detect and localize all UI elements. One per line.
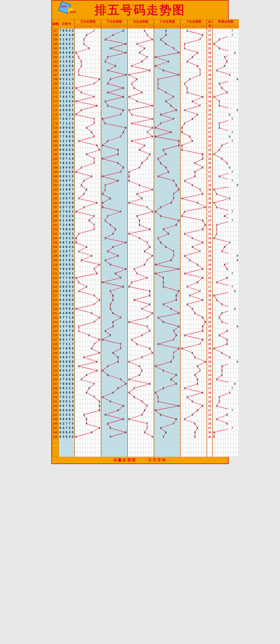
trend-cell	[170, 395, 172, 399]
trend-cell	[101, 37, 104, 42]
tail-cell	[226, 417, 228, 421]
trend-cell	[75, 413, 78, 417]
trend-cell	[157, 161, 159, 165]
trend-cell	[186, 192, 188, 196]
trend-cell	[75, 271, 78, 276]
tail-cell	[223, 276, 226, 280]
trend-cell	[120, 404, 122, 408]
trend-cell	[109, 68, 112, 73]
trend-cell	[90, 148, 93, 152]
trend-cell	[159, 324, 162, 329]
trend-cell	[117, 404, 120, 408]
draw-digit: 2	[59, 108, 62, 112]
trend-cell	[183, 249, 186, 254]
trend-cell	[162, 121, 165, 126]
trend-cell: 5	[141, 90, 143, 95]
trend-cell	[80, 130, 83, 135]
trend-cell	[186, 174, 188, 179]
trend-cell	[120, 395, 122, 399]
trend-cell	[172, 148, 175, 152]
draw-digit: 0	[68, 271, 71, 276]
footer-link-2[interactable]: 天天开奖	[148, 458, 167, 462]
tail-cell	[234, 338, 236, 342]
draw-digit: 3	[62, 46, 65, 51]
trend-cell	[143, 276, 146, 280]
draw-digit: 1	[71, 254, 74, 258]
tail-cell: 8	[234, 51, 236, 55]
draw-digit: 8	[62, 130, 65, 135]
tail-cell: 8	[234, 289, 236, 293]
trend-cell	[130, 108, 133, 112]
trend-cell	[165, 240, 167, 245]
trend-cell	[109, 293, 112, 298]
trend-cell: 0	[128, 360, 130, 364]
tail-cell	[213, 391, 215, 395]
trend-cell	[101, 382, 104, 386]
trend-cell	[183, 285, 186, 289]
trend-cell	[201, 386, 204, 391]
trend-cell	[151, 46, 154, 51]
tail-cell	[213, 179, 215, 183]
trend-cell	[83, 404, 85, 408]
trend-cell	[117, 170, 120, 174]
trend-cell	[157, 99, 159, 104]
trend-cell	[130, 426, 133, 430]
trend-cell	[112, 377, 114, 382]
tail-cell	[226, 245, 228, 249]
trend-cell	[75, 201, 78, 205]
period-cell: 167	[52, 73, 59, 77]
trend-cell	[204, 42, 207, 46]
trend-cell	[112, 285, 114, 289]
trend-cell	[93, 240, 96, 245]
trend-cell	[175, 126, 178, 130]
trend-cell	[143, 196, 146, 201]
sum-cell: 21	[207, 68, 212, 73]
trend-cell	[186, 249, 188, 254]
trend-cell	[125, 249, 127, 254]
tail-cell	[213, 210, 215, 214]
draw-digit: 7	[68, 355, 71, 360]
trend-cell	[196, 196, 199, 201]
tail-cell	[221, 82, 223, 86]
sum-cell: 23	[207, 368, 212, 373]
trend-cell	[96, 99, 98, 104]
trend-cell	[204, 210, 207, 214]
trend-cell	[146, 302, 149, 307]
trend-cell: 8	[201, 227, 204, 232]
trend-cell	[141, 77, 143, 82]
trend-cell	[120, 417, 122, 421]
tail-cell	[221, 236, 223, 240]
draw-digit: 8	[71, 227, 74, 232]
trend-cell	[162, 37, 165, 42]
trend-cell	[125, 333, 127, 338]
trend-cell	[186, 46, 188, 51]
draw-digit: 0	[71, 126, 74, 130]
trend-cell	[143, 174, 146, 179]
tail-cell	[234, 64, 236, 68]
trend-cell	[104, 254, 107, 258]
trend-cell	[104, 346, 107, 351]
tail-cell	[218, 68, 221, 73]
trend-cell	[188, 86, 191, 90]
trend-cell	[183, 368, 186, 373]
tail-cell	[218, 165, 221, 170]
trend-cell: 6	[196, 280, 199, 285]
trend-cell	[170, 426, 172, 430]
tail-cell	[215, 320, 218, 324]
trend-cell	[181, 46, 183, 51]
trend-cell	[141, 324, 143, 329]
sum-cell: 19	[207, 77, 212, 82]
trend-cell	[109, 187, 112, 192]
period-cell: 166	[52, 68, 59, 73]
footer-link-1[interactable]: 兴赢走势图	[113, 458, 137, 462]
trend-cell	[159, 218, 162, 223]
trend-cell: 5	[194, 174, 196, 179]
trend-cell	[162, 413, 165, 417]
trend-cell	[83, 408, 85, 413]
trend-cell	[107, 205, 109, 210]
tail-cell	[236, 333, 239, 338]
trend-cell	[151, 165, 154, 170]
trend-cell	[122, 311, 125, 316]
trend-cell	[85, 179, 88, 183]
trend-cell: 6	[90, 174, 93, 179]
